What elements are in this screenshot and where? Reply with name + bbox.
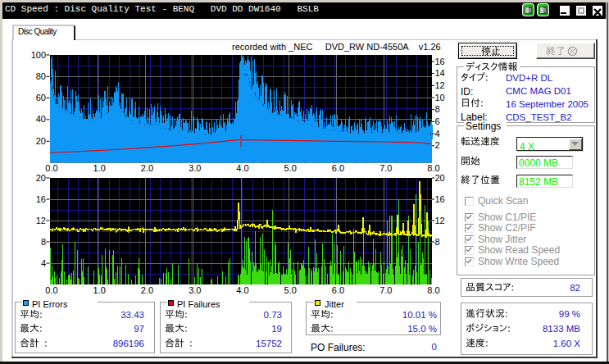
svg-text:20: 20 xyxy=(36,136,46,146)
svg-text:16: 16 xyxy=(36,194,46,204)
svg-text:16: 16 xyxy=(435,57,445,66)
svg-text:14: 14 xyxy=(435,68,445,78)
svg-text:5.0: 5.0 xyxy=(284,285,297,295)
svg-text:8: 8 xyxy=(41,237,46,247)
svg-text:10: 10 xyxy=(435,93,445,102)
svg-text:40: 40 xyxy=(36,114,46,124)
svg-text:6.0: 6.0 xyxy=(332,285,344,295)
svg-text:4.0: 4.0 xyxy=(236,285,248,295)
svg-text:7.0: 7.0 xyxy=(379,285,392,295)
svg-text:4: 4 xyxy=(41,258,46,268)
svg-text:1.0: 1.0 xyxy=(93,285,106,295)
svg-text:20: 20 xyxy=(435,173,445,183)
svg-text:12: 12 xyxy=(36,216,46,225)
svg-text:2.0: 2.0 xyxy=(141,285,153,295)
svg-text:100: 100 xyxy=(31,50,46,60)
svg-text:60: 60 xyxy=(36,93,46,102)
svg-text:80: 80 xyxy=(36,71,46,81)
svg-text:20: 20 xyxy=(36,173,46,183)
svg-text:8.0: 8.0 xyxy=(427,285,439,295)
svg-text:12: 12 xyxy=(435,216,445,225)
svg-text:3.0: 3.0 xyxy=(189,285,201,295)
svg-text:12: 12 xyxy=(435,80,445,90)
svg-text:0.0: 0.0 xyxy=(45,285,57,295)
svg-text:4: 4 xyxy=(435,129,440,139)
svg-text:8: 8 xyxy=(435,237,440,247)
svg-text:8: 8 xyxy=(435,104,440,114)
svg-text:16: 16 xyxy=(435,194,445,204)
svg-text:6: 6 xyxy=(435,116,440,126)
svg-text:2: 2 xyxy=(435,140,440,150)
